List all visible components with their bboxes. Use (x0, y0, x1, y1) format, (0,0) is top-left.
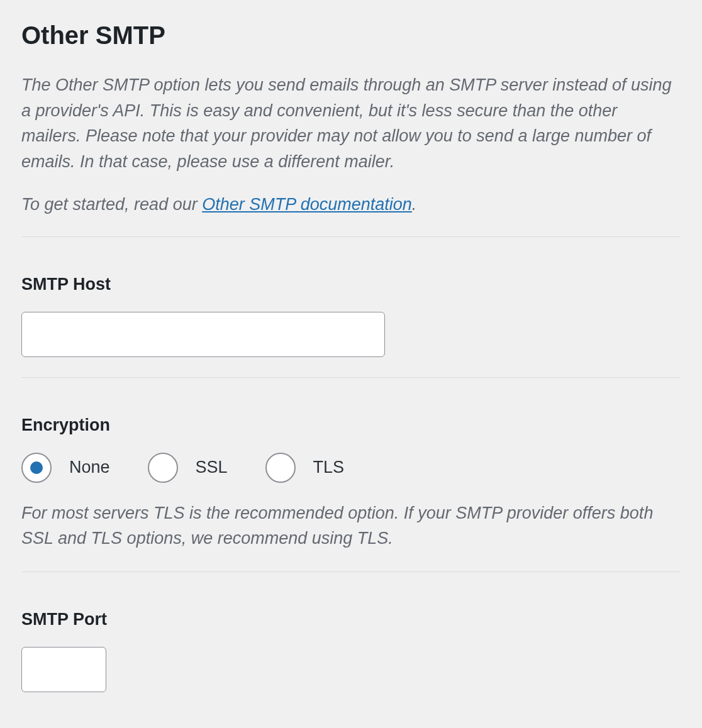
encryption-option-ssl[interactable]: SSL (148, 453, 228, 483)
smtp-host-label: SMTP Host (21, 275, 681, 294)
radio-label-text: None (69, 458, 110, 477)
radio-label-text: TLS (313, 458, 345, 477)
page-title: Other SMTP (21, 21, 681, 50)
divider (21, 377, 681, 378)
radio-icon (265, 453, 296, 483)
encryption-label: Encryption (21, 416, 681, 435)
description-paragraph: The Other SMTP option lets you send emai… (21, 72, 681, 174)
page-description: The Other SMTP option lets you send emai… (21, 72, 681, 218)
docs-tail-text: . (412, 195, 417, 214)
smtp-port-label: SMTP Port (21, 610, 681, 629)
encryption-option-tls[interactable]: TLS (265, 453, 345, 483)
smtp-port-input[interactable] (21, 647, 106, 692)
smtp-host-section: SMTP Host (21, 275, 681, 357)
smtp-port-section: SMTP Port (21, 610, 681, 692)
divider (21, 236, 681, 237)
radio-icon (148, 453, 178, 483)
divider (21, 571, 681, 572)
smtp-host-input[interactable] (21, 312, 385, 357)
encryption-section: Encryption None SSL TLS For most servers… (21, 416, 681, 551)
docs-paragraph: To get started, read our Other SMTP docu… (21, 192, 681, 218)
encryption-help-text: For most servers TLS is the recommended … (21, 500, 681, 551)
docs-link[interactable]: Other SMTP documentation (202, 195, 412, 214)
encryption-option-none[interactable]: None (21, 453, 110, 483)
radio-label-text: SSL (196, 458, 228, 477)
docs-lead-text: To get started, read our (21, 195, 202, 214)
radio-icon (21, 453, 52, 483)
encryption-radio-group: None SSL TLS (21, 453, 681, 483)
